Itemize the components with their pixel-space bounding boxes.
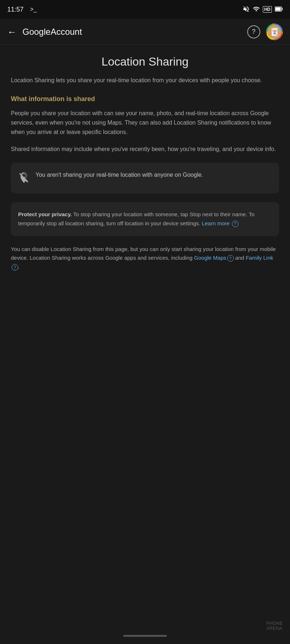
learn-more-link[interactable]: Learn more xyxy=(202,220,230,226)
wifi-icon xyxy=(253,5,260,14)
google-title: Google xyxy=(22,27,50,37)
google-maps-help-icon[interactable]: ? xyxy=(227,255,234,262)
privacy-bold: Protect your privacy. xyxy=(18,211,72,217)
svg-rect-2 xyxy=(276,7,281,11)
status-time: 11:57 xyxy=(7,6,24,13)
status-bar: 11:57 >_ HD xyxy=(0,0,290,19)
privacy-text: Protect your privacy. To stop sharing yo… xyxy=(18,210,272,228)
app-bar: ← Google Account ? 🃏 xyxy=(0,19,290,45)
section-heading: What information is shared xyxy=(11,95,279,103)
privacy-box: Protect your privacy. To stop sharing yo… xyxy=(11,202,279,236)
intro-text: Location Sharing lets you share your rea… xyxy=(11,76,279,85)
hd-icon: HD xyxy=(263,6,272,13)
avatar[interactable]: 🃏 xyxy=(266,24,283,40)
body-text-2: Shared information may include where you… xyxy=(11,145,279,154)
svg-rect-1 xyxy=(282,8,283,10)
body-text-1: People you share your location with can … xyxy=(11,109,279,137)
main-content: Location Sharing Location Sharing lets y… xyxy=(0,45,290,282)
learn-more-help-icon[interactable]: ? xyxy=(232,221,239,227)
avatar-image: 🃏 xyxy=(268,25,281,39)
google-maps-link[interactable]: Google Maps xyxy=(194,255,226,261)
bottom-bar xyxy=(0,631,290,644)
location-status-box: You aren't sharing your real-time locati… xyxy=(11,163,279,193)
terminal-icon: >_ xyxy=(30,6,37,13)
back-button[interactable]: ← xyxy=(7,27,17,37)
watermark: PHONE ARENA xyxy=(266,621,283,631)
footer-text-mid: and xyxy=(234,255,246,261)
footer-text-end: . xyxy=(18,264,20,270)
status-icons: HD xyxy=(243,5,283,14)
footer-text: You can disable Location Sharing from th… xyxy=(11,245,279,272)
app-bar-title: Google Account xyxy=(22,27,247,37)
app-bar-actions: ? 🃏 xyxy=(247,24,283,40)
location-status-text: You aren't sharing your real-time locati… xyxy=(36,171,203,179)
help-button[interactable]: ? xyxy=(247,25,260,38)
account-title: Account xyxy=(50,27,82,37)
location-off-icon xyxy=(18,171,30,185)
battery-icon xyxy=(275,7,283,13)
home-indicator xyxy=(123,635,167,637)
family-link-help-icon[interactable]: ? xyxy=(12,264,18,271)
mute-icon xyxy=(243,5,250,14)
page-title: Location Sharing xyxy=(11,55,279,68)
family-link-link[interactable]: Family Link xyxy=(246,255,273,261)
